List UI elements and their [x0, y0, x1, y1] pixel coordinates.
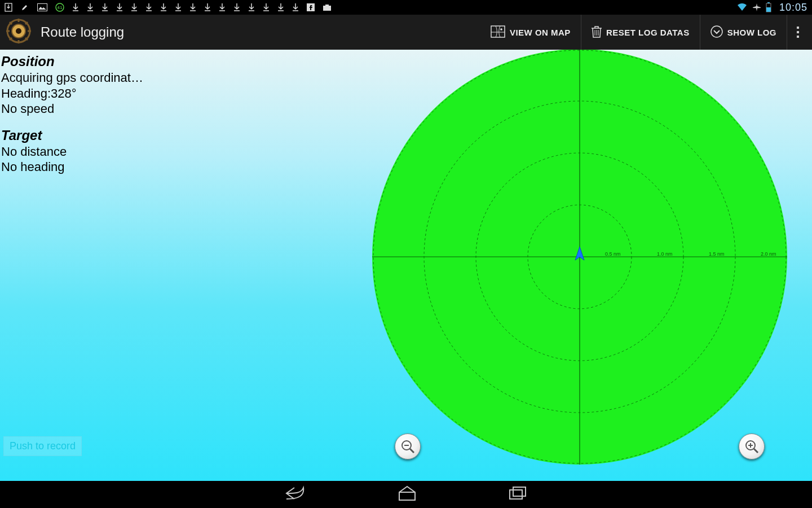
svg-point-20: [711, 26, 722, 37]
zoom-out-button[interactable]: [395, 433, 421, 459]
download-icon: [204, 3, 211, 12]
facebook-icon: [307, 3, 315, 11]
battery-icon: [766, 2, 771, 12]
svg-rect-39: [513, 487, 526, 496]
ring-label-1: 1.0 nm: [657, 251, 673, 257]
brush-icon: [20, 3, 29, 12]
map-icon: [491, 25, 505, 40]
download-icon: [292, 3, 299, 12]
briefcase-icon: [323, 3, 332, 11]
record-button[interactable]: Push to record: [3, 436, 82, 456]
svg-rect-23: [797, 36, 799, 38]
svg-rect-1: [38, 4, 47, 11]
badge-icon: 41: [55, 3, 64, 12]
page-title: Route logging: [41, 24, 124, 40]
wifi-icon: [736, 3, 748, 12]
show-log-button[interactable]: SHOW LOG: [700, 15, 787, 50]
record-button-label: Push to record: [10, 440, 76, 452]
download-icon: [87, 3, 94, 12]
svg-point-10: [16, 28, 21, 34]
reset-log-label: RESET LOG DATAS: [606, 28, 690, 37]
status-clock: 10:05: [779, 2, 807, 14]
speed-text: No speed: [1, 101, 143, 117]
trash-icon: [592, 25, 602, 40]
android-status-bar: 41 10:05: [0, 0, 812, 15]
download-icon: [160, 3, 167, 12]
show-log-label: SHOW LOG: [727, 28, 776, 37]
picture-icon: [37, 3, 47, 11]
download-icon: [116, 3, 123, 12]
download-icon: [72, 3, 79, 12]
svg-line-32: [410, 449, 414, 453]
chevron-down-circle-icon: [710, 25, 723, 40]
ring-label-0: 0.5 nm: [605, 251, 621, 257]
download-icon: [131, 3, 138, 12]
svg-rect-19: [491, 26, 505, 37]
download-icon: [219, 3, 226, 12]
ring-label-2: 1.5 nm: [709, 251, 725, 257]
status-system: 10:05: [736, 2, 807, 14]
info-panel: Position Acquiring gps coordinat… Headin…: [1, 52, 143, 175]
download-icon: [248, 3, 255, 12]
svg-rect-21: [797, 27, 799, 29]
action-buttons: VIEW ON MAP RESET LOG DATAS SHOW LOG: [480, 15, 809, 50]
view-on-map-label: VIEW ON MAP: [510, 28, 571, 37]
download-icon: [145, 3, 152, 12]
overflow-menu-button[interactable]: [787, 15, 809, 50]
status-notifications: 41: [5, 3, 332, 12]
gps-status-text: Acquiring gps coordinat…: [1, 70, 143, 86]
download-box-icon: [5, 3, 12, 12]
app-action-bar: Route logging VIEW ON MAP RESET LOG DATA…: [0, 15, 812, 50]
target-heading-text: No heading: [1, 159, 143, 175]
reset-log-button[interactable]: RESET LOG DATAS: [581, 15, 700, 50]
svg-line-35: [754, 449, 758, 453]
zoom-out-icon: [400, 439, 415, 454]
zoom-in-icon: [744, 439, 759, 454]
svg-rect-7: [766, 7, 771, 12]
download-icon: [102, 3, 108, 12]
download-icon: [263, 3, 270, 12]
heading-text: Heading:328°: [1, 86, 143, 102]
radar-scope[interactable]: 0.5 nm 1.0 nm 1.5 nm 2.0 nm: [371, 50, 788, 466]
airplane-icon: [752, 3, 761, 12]
view-on-map-button[interactable]: VIEW ON MAP: [480, 15, 581, 50]
position-header: Position: [1, 53, 143, 70]
overflow-icon: [796, 25, 800, 39]
svg-rect-38: [510, 490, 522, 499]
svg-rect-22: [797, 31, 799, 33]
ring-label-3: 2.0 nm: [761, 251, 776, 257]
app-icon: [6, 18, 32, 46]
download-icon: [233, 3, 240, 12]
download-icon: [189, 3, 196, 12]
download-icon: [277, 3, 284, 12]
target-distance-text: No distance: [1, 144, 143, 160]
back-button[interactable]: [284, 485, 307, 503]
svg-text:41: 41: [58, 5, 63, 10]
home-button[interactable]: [397, 485, 417, 503]
recents-button[interactable]: [508, 485, 528, 503]
target-header: Target: [1, 127, 143, 144]
content-area: Position Acquiring gps coordinat… Headin…: [0, 50, 812, 481]
download-icon: [175, 3, 182, 12]
zoom-in-button[interactable]: [739, 433, 765, 459]
android-nav-bar: [0, 481, 812, 508]
